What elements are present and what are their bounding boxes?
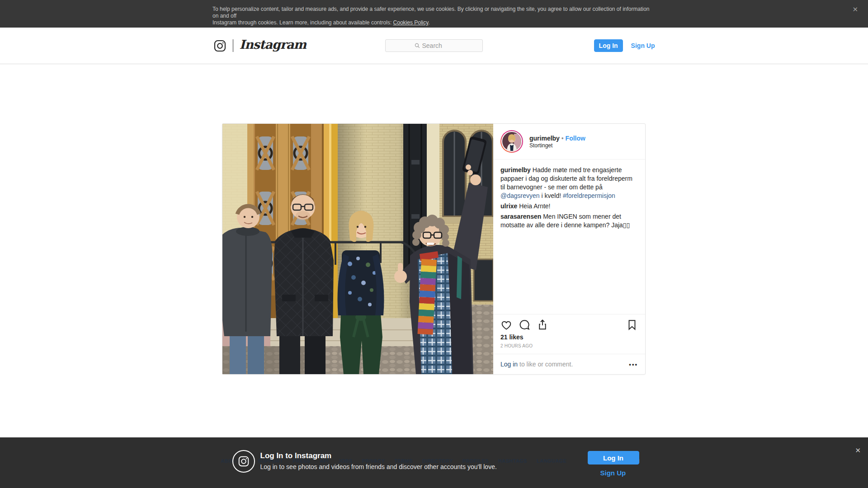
comment-username[interactable]: sarasarensen xyxy=(500,213,541,220)
post-caption: gurimelby Hadde møte med tre engasjerte … xyxy=(500,166,638,200)
footer-link-language[interactable]: LANGUAGE xyxy=(537,458,566,464)
footer-banner-title: Log In to Instagram xyxy=(260,451,332,460)
instagram-wordmark[interactable]: Instagram xyxy=(240,38,307,53)
cookie-line2: Instagram through cookies. Learn more, i… xyxy=(212,19,393,26)
site-header: Instagram Log In Sign Up xyxy=(0,28,868,64)
bookmark-save-icon[interactable] xyxy=(626,319,638,331)
comment-row: sarasarensen Men INGEN som mener det mot… xyxy=(500,212,638,230)
inline-login-link[interactable]: Log in xyxy=(500,361,518,368)
hashtag-link[interactable]: #foreldrepermisjon xyxy=(563,192,615,199)
cookie-close-icon[interactable]: ✕ xyxy=(852,5,858,14)
mention-link[interactable]: @dagsrevyen xyxy=(500,192,540,199)
comment-username[interactable]: ulrixe xyxy=(500,202,517,210)
footer-login-button[interactable]: Log In xyxy=(588,451,639,465)
like-heart-icon[interactable] xyxy=(500,319,512,331)
instagram-page: To help personalize content, tailor and … xyxy=(0,0,868,488)
search-icon xyxy=(415,43,420,48)
action-bar xyxy=(493,314,645,333)
comments-area: gurimelby Hadde møte med tre engasjerte … xyxy=(493,160,645,314)
follow-button[interactable]: Follow xyxy=(566,135,585,142)
footer-close-icon[interactable]: ✕ xyxy=(855,446,861,455)
post-photo[interactable] xyxy=(222,124,493,374)
comment-login-bar: Log in to like or comment. ••• xyxy=(493,354,645,374)
cookie-banner: To help personalize content, tailor and … xyxy=(0,0,868,28)
brand-divider xyxy=(233,39,233,52)
cookies-policy-link[interactable]: Cookies Policy xyxy=(393,19,429,26)
instagram-brand[interactable]: Instagram xyxy=(213,38,307,53)
more-options-icon[interactable]: ••• xyxy=(629,361,638,368)
follow-dot: • xyxy=(561,135,564,142)
footer-instagram-logo-icon xyxy=(232,450,255,473)
post-card: gurimelby • Follow Stortinget gurimelby … xyxy=(222,123,646,375)
share-icon[interactable] xyxy=(537,319,548,331)
comment-row: ulrixe Heia Arnte! xyxy=(500,202,638,211)
header-login-button[interactable]: Log In xyxy=(594,39,623,52)
post-timestamp: 2 HOURS AGO xyxy=(493,341,645,354)
footer-signup-link[interactable]: Sign Up xyxy=(600,469,626,477)
post-location[interactable]: Stortinget xyxy=(529,142,585,149)
avatar[interactable] xyxy=(500,130,523,153)
page-footer: ABOUT US SUPPORT PRESS API JOBS PRIVACY … xyxy=(0,437,868,488)
post-username[interactable]: gurimelby xyxy=(529,135,560,142)
comment-icon[interactable] xyxy=(519,319,530,331)
post-header: gurimelby • Follow Stortinget xyxy=(493,124,645,159)
cookie-line1: To help personalize content, tailor and … xyxy=(212,6,650,19)
cookie-text: To help personalize content, tailor and … xyxy=(212,0,656,26)
search-input[interactable] xyxy=(422,42,454,49)
header-signup-link[interactable]: Sign Up xyxy=(631,42,655,49)
caption-username[interactable]: gurimelby xyxy=(500,166,531,174)
post-panel: gurimelby • Follow Stortinget gurimelby … xyxy=(493,124,645,374)
footer-link-hashtags[interactable]: HASHTAGS xyxy=(498,458,527,464)
footer-banner-subtitle: Log in to see photos and videos from fri… xyxy=(260,463,497,470)
search-box[interactable] xyxy=(385,39,483,52)
instagram-camera-icon xyxy=(213,39,226,52)
likes-count[interactable]: 21 likes xyxy=(493,333,645,341)
